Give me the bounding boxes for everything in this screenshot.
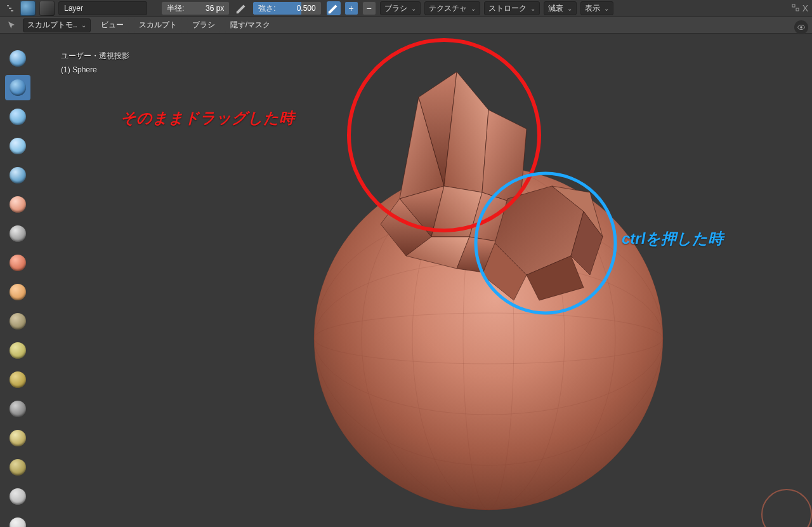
tool-smooth[interactable] — [5, 279, 30, 305]
strength-pressure-icon[interactable] — [327, 1, 341, 15]
texture-dropdown[interactable]: テクスチャ — [424, 1, 480, 15]
annotation-red-text: そのままドラッグした時 — [121, 108, 294, 128]
svg-point-9 — [362, 167, 615, 510]
tool-icon — [10, 284, 26, 300]
svg-marker-23 — [527, 256, 584, 300]
strength-label: 強さ: — [252, 1, 280, 15]
sub-header: スカルプトモ.. ビュー スカルプト ブラシ 隠す/マスク — [0, 17, 812, 34]
svg-point-5 — [314, 167, 663, 510]
object-name-label: (1) Sphere — [61, 63, 129, 77]
tool-crease[interactable] — [5, 250, 30, 276]
texture-preview-icon[interactable] — [39, 1, 55, 16]
svg-marker-22 — [495, 186, 584, 275]
brush-preview-icon[interactable] — [20, 1, 36, 16]
toolbar — [5, 46, 30, 527]
tool-icon — [10, 342, 26, 359]
cursor-icon[interactable] — [5, 19, 18, 32]
svg-marker-16 — [400, 186, 444, 237]
svg-marker-12 — [400, 97, 444, 199]
svg-marker-13 — [419, 72, 457, 186]
svg-point-7 — [314, 262, 663, 415]
tool-icon — [10, 401, 26, 417]
tool-icon — [10, 167, 26, 183]
tool-icon — [10, 313, 26, 330]
tool-pinch[interactable] — [5, 396, 30, 422]
tool-icon — [10, 517, 26, 527]
svg-marker-19 — [381, 199, 431, 256]
svg-point-3 — [800, 26, 802, 29]
svg-point-8 — [314, 313, 663, 364]
tool-fill[interactable] — [5, 338, 30, 363]
top-header: Layer 半径: 36 px 強さ: 0.500 + − ブラシ テクスチャ … — [0, 0, 812, 17]
menu-view[interactable]: ビュー — [96, 18, 129, 32]
svg-marker-20 — [406, 237, 469, 269]
tool-icon — [10, 459, 26, 476]
tool-icon — [10, 225, 26, 242]
visibility-icon[interactable] — [794, 20, 808, 34]
svg-marker-21 — [457, 237, 508, 275]
tool-draw[interactable] — [5, 46, 30, 71]
tool-clay[interactable] — [5, 104, 30, 130]
stroke-dropdown[interactable]: ストローク — [484, 1, 540, 15]
svg-point-27 — [349, 40, 539, 230]
tool-icon — [10, 196, 26, 213]
tool-icon — [10, 255, 26, 271]
radius-label: 半径: — [161, 1, 189, 15]
svg-marker-14 — [444, 72, 488, 192]
options-icon[interactable] — [4, 2, 16, 15]
maximize-icon[interactable] — [791, 3, 800, 14]
strength-field[interactable]: 強さ: 0.500 — [252, 1, 321, 15]
projection-label: ユーザー・透視投影 — [61, 50, 129, 63]
svg-point-6 — [314, 211, 663, 465]
svg-marker-26 — [482, 243, 527, 300]
tool-icon — [10, 79, 26, 96]
svg-rect-0 — [792, 4, 795, 7]
display-dropdown[interactable]: 表示 — [580, 1, 613, 15]
svg-marker-17 — [431, 186, 482, 237]
tool-draw-sharp[interactable] — [5, 75, 30, 100]
brush-dropdown[interactable]: ブラシ — [380, 1, 421, 15]
tool-snake-hook[interactable] — [5, 484, 30, 509]
tool-layer[interactable] — [5, 163, 30, 188]
tool-elastic[interactable] — [5, 455, 30, 480]
tool-icon — [10, 138, 26, 154]
menu-brush[interactable]: ブラシ — [187, 18, 220, 32]
tool-icon — [10, 488, 26, 505]
tool-clay-strips[interactable] — [5, 133, 30, 159]
add-button[interactable]: + — [344, 1, 358, 15]
tool-icon — [10, 371, 26, 388]
svg-rect-1 — [796, 8, 799, 11]
tool-thumb[interactable] — [5, 513, 30, 527]
tool-scrape[interactable] — [5, 367, 30, 392]
tool-icon — [10, 430, 26, 446]
svg-marker-15 — [482, 110, 527, 205]
svg-marker-25 — [571, 211, 603, 275]
svg-point-10 — [412, 167, 565, 510]
falloff-dropdown[interactable]: 減衰 — [544, 1, 577, 15]
svg-point-4 — [314, 167, 663, 510]
radius-value[interactable]: 36 px — [189, 1, 230, 15]
menu-sculpt[interactable]: スカルプト — [134, 18, 182, 32]
radius-field[interactable]: 半径: 36 px — [161, 1, 230, 15]
brush-name-field[interactable]: Layer — [58, 1, 147, 15]
svg-point-11 — [463, 167, 514, 510]
menu-hide-mask[interactable]: 隠す/マスク — [225, 18, 275, 32]
subtract-button[interactable]: − — [362, 1, 376, 15]
svg-point-28 — [476, 173, 615, 313]
annotation-blue-text: ctrlを押した時 — [622, 229, 723, 249]
svg-marker-18 — [469, 192, 520, 243]
strength-value[interactable]: 0.500 — [281, 1, 322, 15]
tool-icon — [10, 109, 26, 125]
close-icon[interactable]: X — [802, 3, 808, 13]
tool-icon — [10, 50, 26, 67]
mode-dropdown[interactable]: スカルプトモ.. — [23, 18, 91, 32]
brush-cursor-icon — [761, 489, 812, 527]
radius-pressure-icon[interactable] — [235, 1, 249, 15]
tool-blob[interactable] — [5, 221, 30, 246]
svg-marker-24 — [552, 186, 603, 237]
tool-flatten[interactable] — [5, 309, 30, 334]
tool-inflate[interactable] — [5, 192, 30, 217]
viewport-overlay: ユーザー・透視投影 (1) Sphere — [61, 50, 129, 77]
tool-grab[interactable] — [5, 425, 30, 451]
